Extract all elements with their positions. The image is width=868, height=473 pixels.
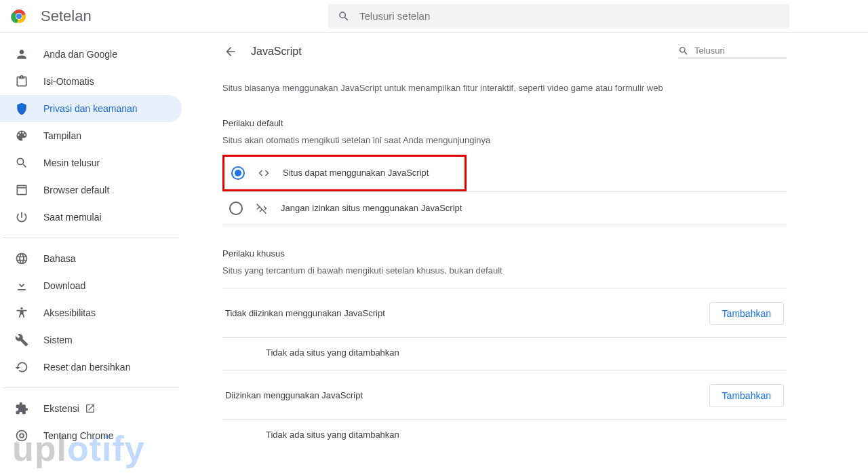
sidebar-item-languages[interactable]: Bahasa	[0, 245, 182, 272]
sidebar-item-search-engine[interactable]: Mesin telusur	[0, 149, 182, 176]
browser-icon	[15, 183, 28, 197]
watermark: uplotify	[12, 428, 145, 469]
sidebar-item-label: Isi-Otomatis	[43, 76, 94, 87]
header-search[interactable]	[328, 4, 789, 29]
search-icon	[338, 10, 350, 22]
shield-icon	[15, 102, 28, 115]
default-behavior-subtitle: Situs akan otomatis mengikuti setelan in…	[222, 135, 787, 145]
sidebar-item-privacy[interactable]: Privasi dan keamanan	[0, 95, 182, 122]
sidebar-divider	[3, 387, 179, 388]
sidebar-item-label: Anda dan Google	[43, 49, 117, 60]
watermark-part: tify	[90, 428, 145, 469]
sidebar-item-label: Tampilan	[43, 130, 81, 141]
blocked-list-header: Tidak diizinkan menggunakan JavaScript T…	[222, 288, 787, 337]
custom-behavior-subtitle: Situs yang tercantum di bawah mengikuti …	[222, 265, 787, 276]
sidebar-item-system[interactable]: Sistem	[0, 326, 182, 354]
sidebar-item-label: Bahasa	[43, 253, 75, 264]
sidebar-item-you-google[interactable]: Anda dan Google	[0, 41, 182, 68]
page-description: Situs biasanya menggunakan JavaScript un…	[222, 81, 787, 95]
power-icon	[15, 210, 28, 224]
accessibility-icon	[15, 306, 28, 320]
sidebar-item-accessibility[interactable]: Aksesibilitas	[0, 299, 182, 326]
sidebar-item-appearance[interactable]: Tampilan	[0, 122, 182, 149]
allowed-list-header: Diizinkan menggunakan JavaScript Tambahk…	[222, 370, 787, 419]
default-behavior-title: Perilaku default	[222, 118, 787, 128]
sidebar-item-reset[interactable]: Reset dan bersihkan	[0, 354, 182, 381]
puzzle-icon	[15, 402, 28, 415]
radio-option-label: Situs dapat menggunakan JavaScript	[283, 168, 429, 178]
sidebar-divider	[3, 238, 179, 238]
restore-icon	[15, 360, 28, 374]
radio-unchecked-icon	[229, 202, 243, 215]
watermark-part: o	[67, 428, 90, 469]
sidebar-item-downloads[interactable]: Download	[0, 272, 182, 299]
header-search-input[interactable]	[359, 10, 780, 22]
external-link-icon	[85, 403, 96, 414]
add-allowed-button[interactable]: Tambahkan	[709, 384, 784, 407]
sidebar-item-autofill[interactable]: Isi-Otomatis	[0, 68, 182, 95]
app-header: Setelan	[0, 0, 868, 33]
allowed-list-title: Diizinkan menggunakan JavaScript	[225, 390, 363, 400]
radio-option-label: Jangan izinkan situs menggunakan JavaScr…	[281, 203, 462, 213]
sidebar-item-label: Aksesibilitas	[43, 307, 96, 318]
add-blocked-button[interactable]: Tambahkan	[709, 302, 784, 325]
page-search-input[interactable]	[694, 45, 776, 56]
blocked-list-title: Tidak diizinkan menggunakan JavaScript	[225, 308, 385, 318]
radio-option-block-js[interactable]: Jangan izinkan situs menggunakan JavaScr…	[222, 192, 787, 225]
wrench-icon	[15, 333, 28, 347]
sidebar-item-startup[interactable]: Saat memulai	[0, 204, 182, 231]
sidebar-item-label: Privasi dan keamanan	[43, 103, 138, 114]
sidebar-item-label: Ekstensi	[43, 403, 79, 414]
blocked-list-empty: Tidak ada situs yang ditambahkan	[222, 337, 787, 370]
radio-option-allow-js[interactable]: Situs dapat menggunakan JavaScript	[224, 157, 465, 189]
sidebar-item-extensions[interactable]: Ekstensi	[0, 395, 182, 422]
globe-icon	[15, 252, 28, 265]
code-icon	[257, 167, 271, 179]
search-icon	[678, 45, 689, 56]
custom-behavior-title: Perilaku khusus	[222, 248, 787, 259]
app-title: Setelan	[41, 7, 92, 25]
sidebar: Anda dan Google Isi-Otomatis Privasi dan…	[0, 33, 182, 473]
sidebar-item-label: Mesin telusur	[43, 157, 100, 168]
person-icon	[15, 48, 28, 61]
chrome-logo-icon	[11, 8, 27, 24]
page-topbar: JavaScript	[222, 43, 787, 60]
back-button[interactable]	[222, 43, 239, 60]
sidebar-item-label: Reset dan bersihkan	[43, 362, 130, 373]
main-content: JavaScript Situs biasanya menggunakan Ja…	[182, 33, 868, 473]
search-icon	[15, 156, 28, 170]
svg-point-11	[16, 14, 22, 19]
palette-icon	[15, 129, 28, 143]
page-search[interactable]	[678, 45, 787, 58]
sidebar-item-label: Download	[43, 280, 85, 291]
sidebar-item-label: Saat memulai	[43, 212, 102, 223]
sidebar-item-default-browser[interactable]: Browser default	[0, 176, 182, 204]
code-off-icon	[255, 202, 269, 214]
clipboard-icon	[15, 75, 28, 88]
highlight-annotation: Situs dapat menggunakan JavaScript	[222, 155, 467, 191]
watermark-part: upl	[12, 428, 67, 469]
download-icon	[15, 279, 28, 292]
back-arrow-icon	[224, 45, 237, 58]
page-title: JavaScript	[251, 45, 302, 58]
radio-checked-icon	[231, 166, 245, 180]
allowed-list-empty: Tidak ada situs yang ditambahkan	[222, 419, 787, 452]
sidebar-item-label: Sistem	[43, 335, 73, 345]
sidebar-item-label: Browser default	[43, 185, 109, 195]
